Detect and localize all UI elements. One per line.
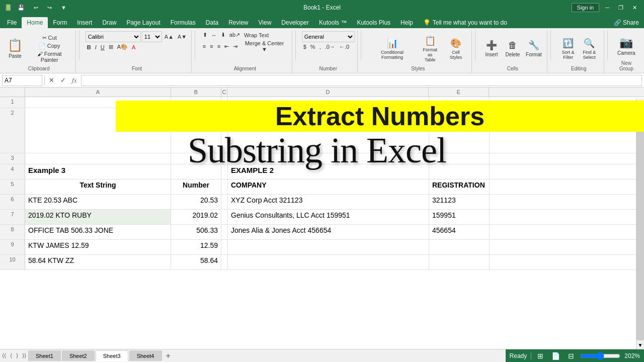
minimize-btn[interactable]: ─ bbox=[602, 4, 612, 12]
cell-e3[interactable] bbox=[429, 153, 490, 164]
sheet-nav-next[interactable]: ⟩ bbox=[14, 351, 20, 360]
cell-c6[interactable] bbox=[221, 195, 228, 209]
cell-a4[interactable]: Example 3 bbox=[25, 164, 171, 179]
align-center-btn[interactable]: ≡ bbox=[208, 43, 214, 50]
tab-kutools-plus[interactable]: Kutools Plus bbox=[352, 17, 395, 28]
undo-btn[interactable]: ↩ bbox=[31, 4, 41, 12]
borders-button[interactable]: ⊞ bbox=[107, 43, 115, 51]
cell-a3[interactable] bbox=[25, 153, 171, 164]
formula-input[interactable] bbox=[81, 75, 642, 86]
cell-c5[interactable] bbox=[221, 179, 228, 194]
cell-e9[interactable] bbox=[429, 240, 490, 254]
cell-a8[interactable]: OFFICE TAB 506.33 JONE bbox=[25, 225, 171, 239]
decrease-indent-btn[interactable]: ⇤ bbox=[223, 43, 230, 50]
orientation-btn[interactable]: ab↗ bbox=[228, 31, 242, 39]
copy-button[interactable]: 📄 Copy bbox=[26, 42, 72, 50]
tab-draw[interactable]: Draw bbox=[97, 17, 121, 28]
cell-a9[interactable]: KTW JAMES 12.59 bbox=[25, 240, 171, 254]
currency-btn[interactable]: $ bbox=[302, 43, 308, 50]
customize-btn[interactable]: ▼ bbox=[58, 4, 69, 12]
cell-e4[interactable] bbox=[429, 164, 490, 179]
cell-e6[interactable]: 321123 bbox=[429, 195, 490, 209]
tab-help[interactable]: Help bbox=[395, 17, 418, 28]
merge-center-btn[interactable]: Merge & Center ▼ bbox=[240, 40, 289, 53]
conditional-formatting-btn[interactable]: 📊 Conditional Formatting bbox=[367, 37, 417, 61]
cell-e7[interactable]: 159951 bbox=[429, 210, 490, 224]
number-format-select[interactable]: General bbox=[302, 31, 355, 42]
bold-button[interactable]: B bbox=[86, 44, 93, 51]
tab-form[interactable]: Form bbox=[48, 17, 72, 28]
page-layout-view-btn[interactable]: 📄 bbox=[549, 351, 562, 361]
find-select-btn[interactable]: 🔍 Find &Select bbox=[579, 37, 599, 61]
cell-b9[interactable]: 12.59 bbox=[171, 240, 221, 254]
confirm-formula-btn[interactable]: ✓ bbox=[58, 75, 68, 85]
cell-c3[interactable] bbox=[221, 153, 228, 164]
camera-btn[interactable]: 📷 Camera bbox=[615, 35, 637, 57]
insert-cells-btn[interactable]: ➕ Insert bbox=[481, 39, 502, 58]
tab-formulas[interactable]: Formulas bbox=[166, 17, 201, 28]
col-header-d[interactable]: D bbox=[227, 87, 429, 97]
cell-d10[interactable] bbox=[228, 255, 429, 269]
scroll-down-btn[interactable]: ▼ bbox=[637, 341, 644, 349]
cell-b10[interactable]: 58.64 bbox=[171, 255, 221, 269]
align-right-btn[interactable]: ≡ bbox=[216, 43, 222, 50]
tab-file[interactable]: File bbox=[2, 17, 22, 28]
tab-data[interactable]: Data bbox=[201, 17, 223, 28]
wrap-text-btn[interactable]: Wrap Text bbox=[243, 32, 270, 39]
format-cells-btn[interactable]: 🔧 Format bbox=[524, 39, 544, 58]
comma-btn[interactable]: , bbox=[318, 43, 323, 50]
cell-e8[interactable]: 456654 bbox=[429, 225, 490, 239]
sheet-tab-2[interactable]: Sheet2 bbox=[62, 350, 95, 361]
sheet-tab-1[interactable]: Sheet1 bbox=[28, 350, 61, 361]
sheet-nav-last[interactable]: ⟩⟩ bbox=[20, 351, 28, 360]
col-header-c[interactable]: C bbox=[221, 87, 227, 97]
redo-btn[interactable]: ↪ bbox=[44, 4, 55, 12]
cell-d6[interactable]: XYZ Corp Acct 321123 bbox=[228, 195, 429, 209]
col-header-b[interactable]: B bbox=[171, 87, 221, 97]
cell-b8[interactable]: 506.33 bbox=[171, 225, 221, 239]
italic-button[interactable]: I bbox=[94, 44, 98, 51]
cell-c10[interactable] bbox=[221, 255, 228, 269]
cell-c7[interactable] bbox=[221, 210, 228, 224]
font-name-select[interactable]: Calibri bbox=[86, 31, 141, 42]
tab-insert[interactable]: Insert bbox=[72, 17, 97, 28]
sort-filter-btn[interactable]: 🔃 Sort &Filter bbox=[558, 37, 578, 61]
cell-b6[interactable]: 20.53 bbox=[171, 195, 221, 209]
page-break-view-btn[interactable]: ⊟ bbox=[566, 351, 576, 361]
tab-view[interactable]: View bbox=[254, 17, 277, 28]
cell-a7[interactable]: 2019.02 KTO RUBY bbox=[25, 210, 171, 224]
cell-d7[interactable]: Genius Consultants, LLC Acct 159951 bbox=[228, 210, 429, 224]
delete-cells-btn[interactable]: 🗑 Delete bbox=[503, 39, 523, 58]
cell-a10[interactable]: 58.64 KTW ZZ bbox=[25, 255, 171, 269]
underline-button[interactable]: U bbox=[99, 44, 106, 51]
col-header-a[interactable]: A bbox=[25, 87, 171, 97]
font-color-button[interactable]: A bbox=[130, 44, 137, 51]
tab-tell-me[interactable]: 💡 Tell me what you want to do bbox=[418, 17, 512, 28]
cell-e10[interactable] bbox=[429, 255, 490, 269]
cell-styles-btn[interactable]: 🎨 Cell Styles bbox=[443, 37, 468, 61]
increase-decimal-btn[interactable]: .0→ bbox=[324, 43, 337, 50]
restore-btn[interactable]: ❐ bbox=[615, 4, 626, 12]
decrease-decimal-btn[interactable]: ←.0 bbox=[338, 43, 351, 50]
cell-c4[interactable] bbox=[221, 164, 228, 179]
align-middle-btn[interactable]: ↔ bbox=[210, 32, 218, 39]
align-top-btn[interactable]: ⬆ bbox=[201, 31, 209, 39]
sheet-tab-3[interactable]: Sheet3 bbox=[96, 350, 128, 361]
cell-a6[interactable]: KTE 20.53 ABC bbox=[25, 195, 171, 209]
increase-indent-btn[interactable]: ⇥ bbox=[231, 43, 239, 50]
tab-review[interactable]: Review bbox=[223, 17, 253, 28]
increase-font-btn[interactable]: A▲ bbox=[163, 33, 175, 40]
tab-page-layout[interactable]: Page Layout bbox=[121, 17, 165, 28]
add-sheet-btn[interactable]: + bbox=[163, 350, 174, 361]
cell-d9[interactable] bbox=[228, 240, 429, 254]
tab-kutools[interactable]: Kutools ™ bbox=[314, 17, 352, 28]
tab-developer[interactable]: Developer bbox=[276, 17, 314, 28]
close-btn[interactable]: ✕ bbox=[629, 4, 640, 12]
cell-c8[interactable] bbox=[221, 225, 228, 239]
cell-d8[interactable]: Jones Alia & Jones Acct 456654 bbox=[228, 225, 429, 239]
name-box[interactable] bbox=[2, 75, 42, 86]
cell-d4[interactable]: EXAMPLE 2 bbox=[228, 164, 429, 179]
tab-share[interactable]: 🔗 Share bbox=[609, 17, 644, 28]
font-size-select[interactable]: 11 bbox=[142, 31, 162, 42]
cell-b3[interactable] bbox=[171, 153, 221, 164]
